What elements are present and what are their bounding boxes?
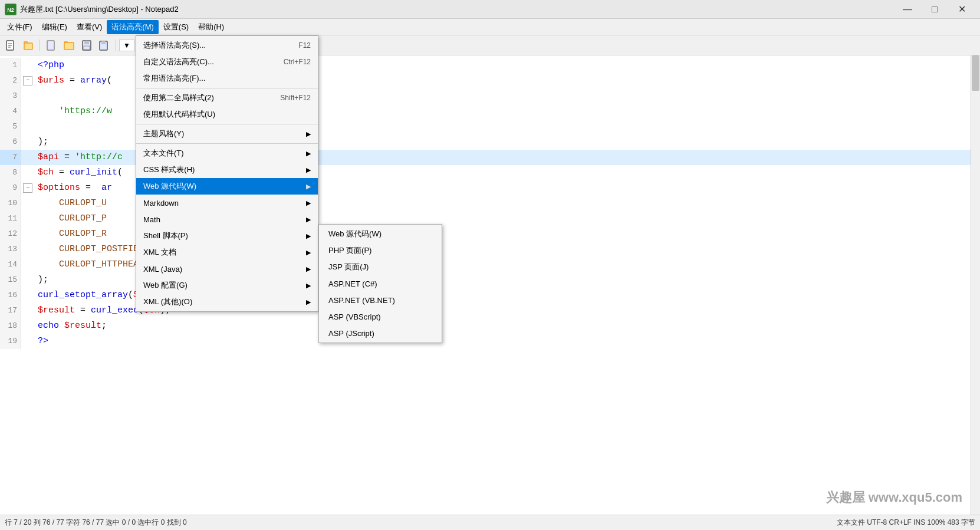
close-button[interactable]: ✕ [948,0,975,19]
vertical-scrollbar[interactable] [971,55,980,515]
svg-rect-21 [186,42,194,43]
svg-rect-8 [64,42,74,50]
code-line: 8 $ch = curl_init( [0,165,980,180]
code-line: 12 CURLOPT_R [0,226,980,242]
toolbar: ▼ [0,35,980,55]
code-editor[interactable]: 1 <?php 2 − $urls = array( 3 4 'https://… [0,55,980,515]
code-line: 5 [0,119,980,134]
code-line: 16 curl_setopt_array($ch, $options); [0,288,980,303]
svg-line-15 [151,47,153,50]
code-line: 18 echo $result; [0,318,980,334]
code-line: 7 $api = 'http://c n=QI26G'; [0,150,980,165]
collapse-btn[interactable]: − [23,183,32,193]
status-position: 行 7 / 20 列 76 / 77 字符 76 / 77 选中 0 / 0 选… [5,518,187,528]
menu-edit[interactable]: 编辑(E) [37,20,72,34]
svg-point-25 [223,44,227,47]
svg-point-26 [222,42,229,49]
word-wrap-button[interactable] [182,38,198,53]
svg-text:N2: N2 [7,7,14,13]
toolbar-sep-3 [137,39,138,51]
window-title: 兴趣屋.txt [C:\Users\ming\Desktop] - Notepa… [20,4,894,15]
svg-rect-22 [186,45,192,46]
title-bar: N2 兴趣屋.txt [C:\Users\ming\Desktop] - Not… [0,0,980,19]
code-line: 13 CURLOPT_POSTFIELDS => implode('\n', $… [0,242,980,257]
status-file-info: 文本文件 UTF-8 CR+LF INS 100% 483 字节 [837,518,975,528]
menu-bar: 文件(F) 编辑(E) 查看(V) 语法高亮(M) 设置(S) 帮助(H) [0,19,980,35]
svg-rect-13 [101,41,106,44]
window-controls: — □ ✕ [894,0,975,19]
code-line: 19 ?> [0,334,980,349]
edit-button[interactable] [199,38,216,53]
code-line: 10 CURLOPT_U [0,196,980,211]
status-bar: 行 7 / 20 列 76 / 77 字符 76 / 77 选中 0 / 0 选… [0,515,980,530]
code-lines: 1 <?php 2 − $urls = array( 3 4 'https://… [0,55,980,351]
zoom-in-button[interactable] [141,38,157,53]
new-file-button[interactable] [43,38,60,53]
svg-rect-10 [84,41,89,44]
svg-rect-23 [186,48,194,49]
save-button[interactable] [78,38,95,53]
menu-syntax[interactable]: 语法高亮(M) [107,20,159,34]
code-line: 1 <?php [0,58,980,73]
menu-view[interactable]: 查看(V) [72,20,107,34]
settings-button[interactable] [217,38,234,53]
open-button[interactable] [20,38,37,53]
folder-button[interactable] [61,38,77,53]
maximize-button[interactable]: □ [921,0,948,19]
menu-file[interactable]: 文件(F) [2,20,37,34]
encoding-dropdown[interactable]: ▼ [119,39,134,51]
code-line: 11 CURLOPT_P [0,211,980,226]
code-line: 15 ); [0,272,980,288]
svg-rect-6 [24,43,32,50]
minimize-button[interactable]: — [894,0,921,19]
code-line: 17 $result = curl_exec($ch); [0,303,980,318]
toolbar-sep-4 [178,39,179,51]
zoom-out-button[interactable] [159,38,175,53]
code-line: 4 'https://w ml', [0,104,980,119]
toolbar-sep-2 [116,39,116,51]
save-all-button[interactable] [96,38,113,53]
code-line: 6 ); [0,134,980,150]
collapse-btn[interactable]: − [23,76,32,85]
menu-help[interactable]: 帮助(H) [193,20,229,34]
svg-rect-11 [84,46,90,50]
svg-rect-7 [47,41,54,50]
menu-settings[interactable]: 设置(S) [159,20,193,34]
new-button[interactable] [2,38,19,53]
code-line: 3 [0,88,980,104]
toolbar-sep-1 [40,39,40,51]
scrollbar-thumb[interactable] [972,55,979,91]
svg-line-19 [169,47,171,50]
code-line: 9 − $options = ar [0,180,980,196]
code-line: 14 CURLOPT_HTTPHEADER => array('Content-… [0,257,980,272]
code-line: 2 − $urls = array( [0,73,980,88]
app-icon: N2 [5,4,17,15]
